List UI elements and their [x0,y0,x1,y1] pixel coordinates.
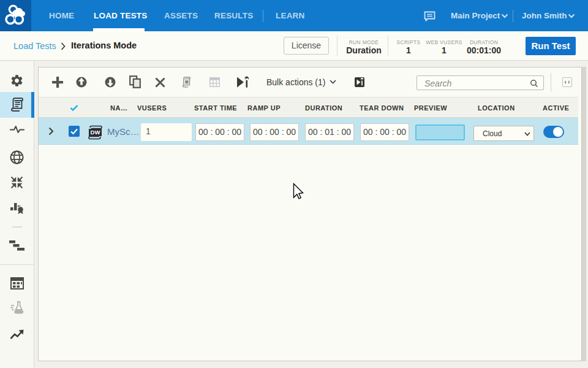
svg-text:DW: DW [91,129,100,136]
